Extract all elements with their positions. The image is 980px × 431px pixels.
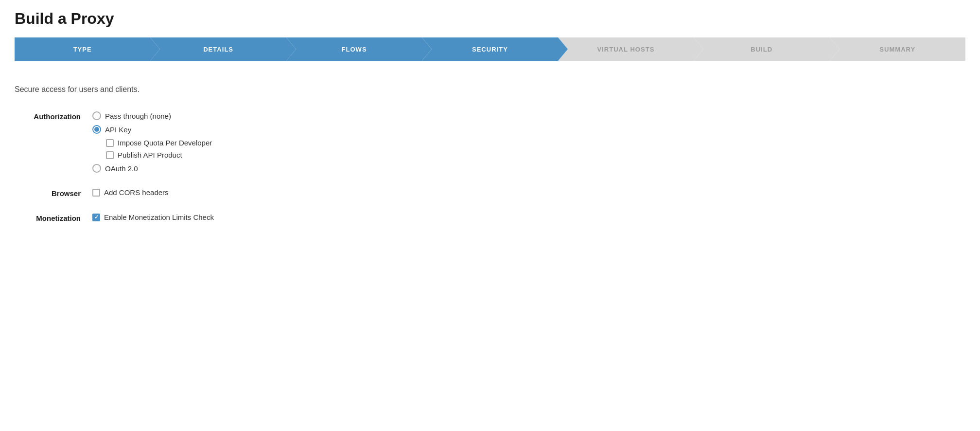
checkbox-publish-api-indicator: [106, 151, 114, 159]
step-virtual-hosts[interactable]: VIRTUAL HOSTS: [558, 37, 694, 61]
step-security[interactable]: SECURITY: [422, 37, 558, 61]
radio-pass-through[interactable]: Pass through (none): [92, 111, 212, 120]
authorization-controls: Pass through (none) API Key Impose Quota…: [92, 111, 212, 173]
checkbox-impose-quota[interactable]: Impose Quota Per Developer: [106, 139, 212, 147]
page-title: Build a Proxy: [15, 10, 965, 28]
checkbox-cors[interactable]: Add CORS headers: [92, 188, 169, 197]
step-type[interactable]: TYPE: [15, 37, 150, 61]
checkbox-monetization-label: Enable Monetization Limits Check: [104, 213, 214, 221]
radio-api-key-label: API Key: [105, 126, 131, 134]
checkbox-publish-api-label: Publish API Product: [118, 151, 182, 159]
checkbox-monetization[interactable]: Enable Monetization Limits Check: [92, 213, 214, 221]
browser-section: Browser Add CORS headers: [15, 188, 965, 198]
radio-oauth[interactable]: OAuth 2.0: [92, 164, 212, 173]
radio-oauth-indicator: [92, 164, 101, 173]
checkbox-impose-quota-label: Impose Quota Per Developer: [118, 139, 212, 147]
checkbox-impose-quota-indicator: [106, 139, 114, 147]
radio-pass-through-label: Pass through (none): [105, 112, 171, 120]
radio-oauth-label: OAuth 2.0: [105, 164, 138, 173]
step-flows[interactable]: FLOWS: [286, 37, 422, 61]
step-build[interactable]: BUILD: [694, 37, 829, 61]
radio-pass-through-indicator: [92, 111, 101, 120]
api-key-sub-options: Impose Quota Per Developer Publish API P…: [106, 139, 212, 159]
radio-api-key[interactable]: API Key: [92, 125, 212, 134]
monetization-label: Monetization: [15, 213, 92, 222]
checkbox-cors-label: Add CORS headers: [104, 188, 169, 197]
browser-controls: Add CORS headers: [92, 188, 169, 197]
monetization-controls: Enable Monetization Limits Check: [92, 213, 214, 221]
browser-label: Browser: [15, 188, 92, 198]
step-details[interactable]: DETAILS: [150, 37, 286, 61]
checkbox-monetization-indicator: [92, 214, 100, 221]
section-subtitle: Secure access for users and clients.: [15, 85, 965, 94]
checkbox-publish-api[interactable]: Publish API Product: [106, 151, 212, 159]
radio-api-key-indicator: [92, 125, 101, 134]
main-content: Secure access for users and clients. Aut…: [15, 80, 965, 243]
authorization-section: Authorization Pass through (none) API Ke…: [15, 111, 965, 173]
monetization-section: Monetization Enable Monetization Limits …: [15, 213, 965, 222]
authorization-label: Authorization: [15, 111, 92, 121]
checkbox-cors-indicator: [92, 189, 100, 197]
stepper: TYPE DETAILS FLOWS SECURITY VIRTUAL HOST…: [15, 37, 965, 61]
step-summary[interactable]: SUMMARY: [830, 37, 965, 61]
